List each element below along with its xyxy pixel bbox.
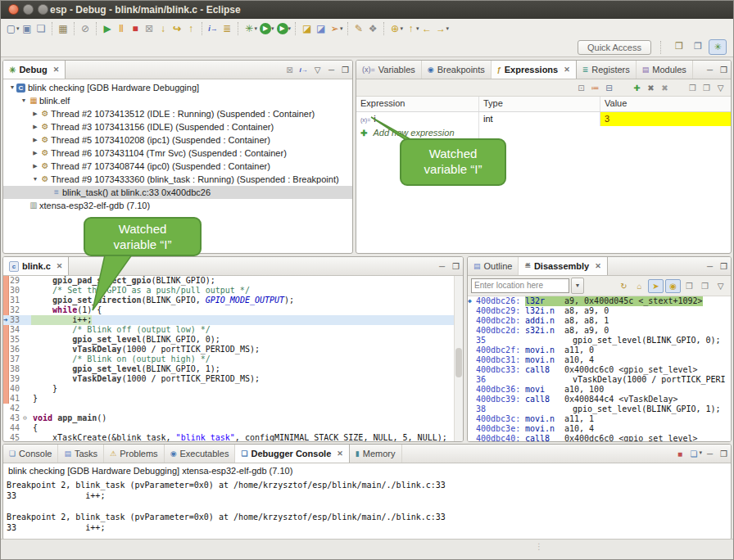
debug-tree-row[interactable]: ≡blink_task() at blink.c:33 0x400dbc26 [3, 186, 352, 199]
disassembly-row[interactable]: ◆400dbc26:l32ra9, 0x400d045c <_stext+109… [468, 296, 731, 306]
tab-debugger-console[interactable]: ❏Debugger Console✕ [235, 445, 349, 463]
view-menu-button[interactable]: ▽ [714, 282, 727, 291]
instruction-stepping-toggle[interactable]: i→ [297, 66, 310, 74]
terminate-console-button[interactable]: ■ [673, 449, 686, 458]
view-menu-button[interactable]: ▽ [310, 65, 324, 75]
tree-twisty-icon[interactable]: ▶ [31, 147, 39, 160]
editor-line[interactable]: 34 /* Blink off (output low) */ [3, 325, 463, 335]
tab-breakpoints[interactable]: ◉Breakpoints [422, 61, 492, 79]
step-over-button[interactable]: ↪ [170, 21, 184, 36]
editor-line[interactable]: 38 gpio_set_level(BLINK_GPIO, 1); [3, 364, 463, 374]
flash-button-dropdown-icon[interactable]: ▾ [340, 25, 343, 32]
save-all-button[interactable]: ❏ [34, 21, 48, 36]
editor-line[interactable]: 40 } [3, 384, 463, 394]
view-menu-button[interactable]: ▽ [714, 84, 727, 93]
tab-close-icon[interactable]: ✕ [57, 262, 63, 270]
location-combo-input[interactable]: Enter location here [471, 278, 569, 293]
minimize-button[interactable]: ─ [435, 262, 449, 271]
collapse-all-button[interactable]: ⊟ [602, 84, 616, 93]
debug-tree-row[interactable]: ▼⚙Thread #9 1073433360 (blink_task : Run… [3, 173, 352, 186]
debug-dropdown-button-dropdown-icon[interactable]: ▾ [255, 25, 258, 32]
maximize-button[interactable]: ❐ [717, 262, 731, 271]
forward-button-dropdown-icon[interactable]: ▾ [446, 25, 450, 32]
new-wizard-button-dropdown-icon[interactable]: ▾ [16, 25, 20, 32]
run-dropdown-button[interactable]: ▶ [260, 23, 271, 34]
disassembly-row[interactable]: 35gpio_set_level(BLINK_GPIO, 0); [468, 336, 731, 345]
maximize-button[interactable]: ❐ [717, 65, 731, 75]
window-maximize-button[interactable] [38, 4, 48, 15]
maximize-button[interactable]: ❐ [338, 65, 352, 75]
disassembly-row[interactable]: 400dbc3c:movi.na11, 1 [468, 414, 731, 424]
step-into-button[interactable]: ↓ [156, 21, 170, 36]
disassembly-row[interactable]: 36vTaskDelay(1000 / portTICK_PERI [468, 375, 731, 385]
minimize-button[interactable]: ─ [324, 65, 338, 75]
build-config-button[interactable]: ❖ [366, 21, 380, 36]
new-view-button[interactable]: ❒ [682, 282, 696, 291]
disassembly-row[interactable]: 400dbc2f:movi.na11, 0 [468, 345, 731, 355]
editor-scrollbar[interactable] [454, 276, 463, 442]
tree-twisty-icon[interactable]: ▼ [20, 94, 28, 107]
tab-console[interactable]: ❏Console [3, 445, 58, 463]
editor-line[interactable]: 43⊖void app_main() [3, 413, 463, 423]
add-expression-button[interactable]: ✚ [630, 84, 644, 93]
column-value[interactable]: Value [600, 97, 731, 111]
disassembly-row[interactable]: 400dbc36:movia10, 100 [468, 385, 731, 395]
open-perspective-button[interactable]: ❒ [671, 39, 687, 53]
terminate-button[interactable]: ■ [129, 21, 143, 36]
editor-line[interactable]: 31 gpio_set_direction(BLINK_GPIO, GPIO_M… [3, 296, 463, 305]
instruction-stepping-button[interactable]: i→ [206, 21, 220, 36]
editor-line[interactable]: 39 vTaskDelay(1000 / portTICK_PERIOD_MS)… [3, 374, 463, 384]
tree-twisty-icon[interactable]: ▶ [31, 133, 39, 147]
editor-line[interactable]: 32 while(1) { [3, 305, 463, 315]
skip-all-breakpoints-button[interactable]: ⊘ [79, 21, 93, 36]
column-type[interactable]: Type [479, 97, 600, 111]
disassembly-row[interactable]: 400dbc33:call80x400dc6c0 <gpio_set_level… [468, 365, 731, 375]
debug-tree-row[interactable]: ▶⚙Thread #6 1073431104 (Tmr Svc) (Suspen… [3, 147, 352, 160]
console-output[interactable]: Breakpoint 2, blink_task (pvParameter=0x… [3, 478, 731, 535]
maximize-button[interactable]: ❐ [717, 449, 731, 458]
external-tools-button-dropdown-icon[interactable]: ▾ [288, 25, 292, 32]
external-tools-button[interactable]: ▶ [277, 23, 288, 34]
tab-disassembly[interactable]: ≝Disassembly✕ [519, 257, 607, 275]
debug-tree-row[interactable]: ▶⚙Thread #5 1073410208 (ipc1) (Suspended… [3, 133, 352, 147]
debug-tree-row[interactable]: ▼Cblink checking [GDB Hardware Debugging… [3, 81, 352, 94]
debug-tree-row[interactable]: ▶⚙Thread #7 1073408744 (ipc0) (Suspended… [3, 160, 352, 173]
disassembly-row[interactable]: 400dbc40:call80x400dc6c0 <gpio_set_level… [468, 434, 731, 442]
fold-marker-icon[interactable]: ⊖ [23, 413, 31, 423]
minimize-button[interactable]: ─ [703, 65, 717, 75]
column-expression[interactable]: Expression [356, 97, 479, 111]
editor-scrollbar-thumb[interactable] [455, 348, 462, 377]
resume-button[interactable]: ▶ [101, 21, 115, 36]
disassembly-listing[interactable]: ◆400dbc26:l32ra9, 0x400d045c <_stext+109… [468, 296, 731, 442]
editor-line[interactable]: 35 gpio_set_level(BLINK_GPIO, 0); [3, 335, 463, 345]
track-expression-toggle[interactable]: ➤ [648, 279, 664, 293]
debug-tree-row[interactable]: ▶⚙Thread #2 1073413512 (IDLE : Running) … [3, 107, 352, 120]
editor-line[interactable]: 36 vTaskDelay(1000 / portTICK_PERIOD_MS)… [3, 345, 463, 355]
editor-line[interactable]: 44{ [3, 423, 463, 433]
open-element-button[interactable]: ◪ [314, 21, 328, 36]
debug-tree-row[interactable]: ▼▦blink.elf [3, 94, 352, 107]
quick-access-button[interactable]: Quick Access [578, 40, 651, 55]
back-button[interactable]: ← [420, 21, 434, 36]
editor-line[interactable]: ➜33 i++; [3, 315, 463, 325]
editor-line[interactable]: 41} [3, 394, 463, 404]
tab-tasks[interactable]: ▤Tasks [58, 445, 104, 463]
save-button[interactable]: ▣ [20, 21, 34, 36]
step-return-button[interactable]: ↑ [184, 21, 198, 36]
remove-expression-button[interactable]: ✖ [644, 84, 658, 93]
maximize-button[interactable]: ❐ [449, 262, 463, 271]
disconnect-button[interactable]: ⊠ [143, 21, 156, 36]
disassembly-row[interactable]: 400dbc39:call80x400844c4 <vTaskDelay> [468, 395, 731, 404]
disassembly-row[interactable]: 400dbc31:movi.na10, 4 [468, 355, 731, 365]
tab-blink-c[interactable]: c blink.c ✕ [3, 257, 69, 275]
disassembly-row[interactable]: 400dbc2b:addi.na8, a8, 1 [468, 316, 731, 326]
tab-expressions[interactable]: ƒExpressions✕ [492, 61, 577, 79]
tree-twisty-icon[interactable]: ▶ [31, 120, 39, 133]
step-filters-button[interactable]: ≣ [220, 21, 234, 36]
build-button[interactable]: ▦ [57, 21, 70, 36]
tab-debug[interactable]: ✳ Debug ✕ [3, 61, 66, 79]
editor-line[interactable]: 37 /* Blink on (output high) */ [3, 355, 463, 364]
disassembly-row[interactable]: 400dbc29:l32i.na8, a9, 0 [468, 306, 731, 316]
location-combo-dropdown-icon[interactable]: ▼ [571, 278, 584, 294]
show-logical-structure-button[interactable]: ≔ [588, 84, 602, 93]
